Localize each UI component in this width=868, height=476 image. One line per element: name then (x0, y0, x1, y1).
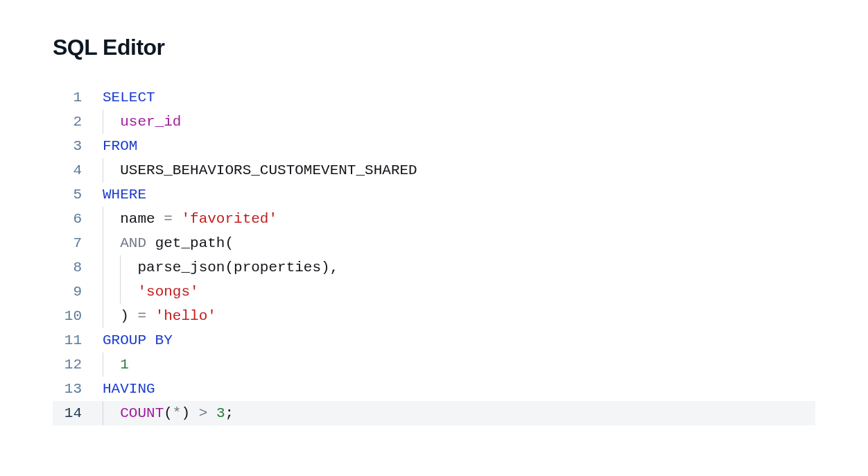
code-content[interactable]: user_id (103, 110, 815, 134)
token-kw: SELECT (103, 90, 155, 105)
code-line[interactable]: 8 parse_json(properties), (53, 255, 815, 280)
code-content[interactable]: HAVING (103, 377, 815, 401)
line-number: 11 (53, 328, 103, 352)
indent-guide (103, 304, 103, 328)
token-func: COUNT (120, 405, 164, 421)
indent-guide (103, 352, 103, 377)
code-content[interactable]: GROUP BY (103, 328, 815, 352)
code-line[interactable]: 12 1 (53, 352, 815, 377)
indent-guide (103, 255, 103, 280)
code-content[interactable]: 'songs' (103, 280, 815, 304)
code-content[interactable]: parse_json(properties), (103, 255, 815, 280)
code-line[interactable]: 10 ) = 'hello' (53, 304, 815, 328)
token-txt: name (120, 211, 164, 227)
code-line[interactable]: 9 'songs' (53, 280, 815, 304)
page-title: SQL Editor (53, 35, 815, 60)
code-line[interactable]: 2 user_id (53, 110, 815, 134)
token-txt: ( (164, 405, 173, 421)
line-number: 8 (53, 255, 103, 280)
token-txt: ) (181, 405, 198, 421)
code-line[interactable]: 11GROUP BY (53, 328, 815, 352)
indent-guide (103, 401, 103, 425)
token-txt (146, 308, 155, 324)
code-line[interactable]: 13HAVING (53, 377, 815, 401)
code-content[interactable]: SELECT (103, 85, 815, 110)
code-content[interactable]: name = 'favorited' (103, 207, 815, 231)
line-number: 6 (53, 207, 103, 231)
token-txt (207, 405, 216, 421)
token-op: > (199, 405, 208, 421)
line-number: 1 (53, 85, 103, 110)
token-str: 'hello' (155, 308, 216, 324)
token-num: 3 (216, 405, 225, 421)
line-number: 3 (53, 134, 103, 158)
line-number: 7 (53, 231, 103, 255)
indent-guide (103, 280, 103, 304)
line-number: 5 (53, 182, 103, 207)
token-ident: user_id (120, 114, 181, 130)
token-txt: ; (225, 405, 234, 421)
code-content[interactable]: 1 (103, 352, 815, 377)
code-content[interactable]: FROM (103, 134, 815, 158)
token-num: 1 (120, 357, 129, 373)
token-txt: get_path( (146, 235, 234, 251)
token-op: = (164, 211, 173, 227)
indent-guide (120, 280, 121, 304)
code-line[interactable]: 3FROM (53, 134, 815, 158)
indent-guide (120, 255, 121, 280)
code-line[interactable]: 4 USERS_BEHAVIORS_CUSTOMEVENT_SHARED (53, 158, 815, 182)
sql-editor[interactable]: 1SELECT2 user_id3FROM4 USERS_BEHAVIORS_C… (53, 85, 815, 425)
token-op: = (137, 308, 146, 324)
line-number: 2 (53, 110, 103, 134)
token-txt: parse_json(properties), (137, 260, 338, 275)
indent-guide (103, 207, 103, 231)
token-txt: ) (120, 308, 137, 324)
token-str: 'favorited' (181, 211, 277, 227)
token-kw: WHERE (103, 187, 146, 203)
token-star: * (173, 405, 182, 421)
token-str: 'songs' (137, 284, 198, 300)
code-content[interactable]: COUNT(*) > 3; (103, 401, 815, 425)
token-txt (173, 211, 182, 227)
token-kw: HAVING (103, 381, 155, 397)
code-content[interactable]: WHERE (103, 182, 815, 207)
line-number: 10 (53, 304, 103, 328)
indent-guide (103, 110, 103, 134)
token-op: AND (120, 235, 146, 251)
code-line[interactable]: 14 COUNT(*) > 3; (53, 401, 815, 425)
code-line[interactable]: 6 name = 'favorited' (53, 207, 815, 231)
line-number: 9 (53, 280, 103, 304)
code-content[interactable]: AND get_path( (103, 231, 815, 255)
line-number: 13 (53, 377, 103, 401)
token-txt: USERS_BEHAVIORS_CUSTOMEVENT_SHARED (120, 162, 417, 178)
line-number: 12 (53, 352, 103, 377)
code-line[interactable]: 1SELECT (53, 85, 815, 110)
line-number: 4 (53, 158, 103, 182)
code-line[interactable]: 7 AND get_path( (53, 231, 815, 255)
code-content[interactable]: USERS_BEHAVIORS_CUSTOMEVENT_SHARED (103, 158, 815, 182)
token-kw: FROM (103, 138, 137, 154)
line-number: 14 (53, 401, 103, 425)
code-line[interactable]: 5WHERE (53, 182, 815, 207)
token-kw: GROUP BY (103, 332, 173, 348)
code-content[interactable]: ) = 'hello' (103, 304, 815, 328)
indent-guide (103, 231, 103, 255)
indent-guide (103, 158, 103, 182)
